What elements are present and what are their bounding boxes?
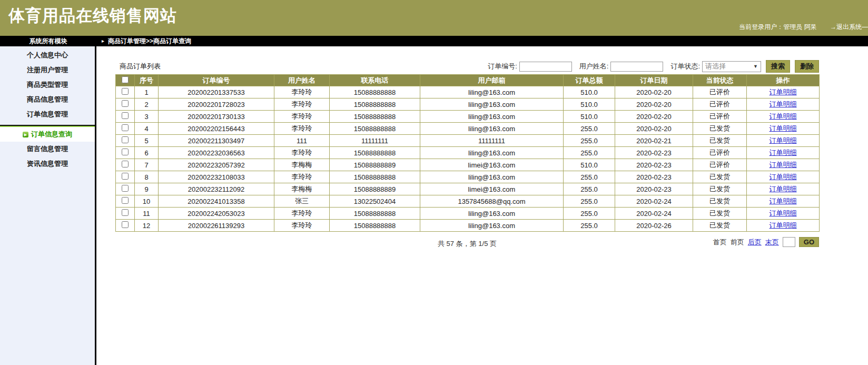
row-checkbox[interactable]: [122, 161, 129, 167]
order-status-label: 订单状态:: [670, 62, 700, 71]
sidebar-modules-title: 系统所有模块: [0, 36, 96, 46]
page-number-input[interactable]: [783, 237, 795, 247]
order-status-select[interactable]: 请选择 ▼: [702, 61, 761, 72]
cell-date: 2020-02-26: [615, 220, 693, 232]
row-checkbox[interactable]: [122, 209, 129, 216]
sidebar-item-label: 注册用户管理: [27, 66, 68, 74]
cell-order_no: 202002201337533: [159, 86, 274, 98]
table-row: 4202002202156443李玲玲15088888888liling@163…: [116, 123, 820, 135]
cell-email: liling@163.com: [420, 171, 564, 183]
orders-table: 序号订单编号用户姓名联系电话用户邮箱订单总额订单日期当前状态操作 1202002…: [115, 74, 820, 232]
order-detail-link[interactable]: 订单明细: [770, 88, 797, 96]
cell-date: 2020-02-24: [615, 208, 693, 220]
cell-phone: 15088888889: [330, 159, 420, 171]
cell-date: 2020-02-24: [615, 195, 693, 208]
cell-email: liling@163.com: [420, 123, 564, 135]
row-checkbox[interactable]: [122, 100, 129, 107]
chevron-down-icon: ▼: [753, 64, 758, 69]
cell-name: 李玲玲: [274, 220, 330, 232]
current-user-label: 当前登录用户：管理员 阿呆: [739, 23, 816, 31]
cell-phone: 15088888888: [330, 208, 420, 220]
cell-phone: 15088888888: [330, 98, 420, 111]
cell-order_no: 202002211303497: [159, 135, 274, 147]
cell-date: 2020-02-20: [615, 111, 693, 123]
cell-index: 12: [135, 220, 159, 232]
row-checkbox[interactable]: [122, 197, 129, 204]
cell-date: 2020-02-20: [615, 123, 693, 135]
order-detail-link[interactable]: 订单明细: [770, 112, 797, 120]
sidebar-item-订单信息查询[interactable]: ▶订单信息查询: [0, 127, 95, 142]
sidebar-item-留言信息管理[interactable]: 留言信息管理: [0, 142, 95, 156]
pagination-prev[interactable]: 前页: [731, 238, 744, 247]
cell-order_no: 202002232108033: [159, 171, 274, 183]
cell-status: 已评价: [693, 147, 747, 159]
order-detail-link[interactable]: 订单明细: [770, 197, 797, 205]
table-row: 12202002261139293李玲玲15088888888liling@16…: [116, 220, 820, 232]
cell-email: liling@163.com: [420, 208, 564, 220]
pagination-first[interactable]: 首页: [713, 238, 727, 247]
row-checkbox[interactable]: [122, 221, 129, 228]
cell-index: 5: [135, 135, 159, 147]
sidebar-item-label: 个人信息中心: [27, 51, 68, 59]
order-detail-link[interactable]: 订单明细: [770, 209, 797, 217]
cell-name: 111: [274, 135, 330, 147]
sidebar-item-商品信息管理[interactable]: 商品信息管理: [0, 92, 95, 107]
row-checkbox[interactable]: [122, 124, 129, 131]
user-name-input[interactable]: [610, 62, 663, 72]
table-row: 7202002232057392李梅梅15088888889limei@163.…: [116, 159, 820, 171]
cell-status: 已发货: [693, 123, 747, 135]
delete-button[interactable]: 删除: [795, 60, 819, 73]
row-checkbox[interactable]: [122, 88, 129, 95]
cell-index: 9: [135, 183, 159, 195]
sidebar-item-label: 资讯信息管理: [27, 160, 68, 167]
cell-date: 2020-02-20: [615, 98, 693, 111]
table-row: 8202002232108033李玲玲15088888888liling@163…: [116, 171, 820, 183]
cell-email: 11111111: [420, 135, 564, 147]
cell-status: 已评价: [693, 111, 747, 123]
sidebar-item-订单信息管理[interactable]: 订单信息管理: [0, 107, 95, 122]
cell-phone: 11111111: [330, 135, 420, 147]
column-header: 当前状态: [693, 75, 747, 86]
order-no-input[interactable]: [519, 62, 572, 72]
order-detail-link[interactable]: 订单明细: [770, 185, 797, 193]
sidebar-item-资讯信息管理[interactable]: 资讯信息管理: [0, 156, 95, 171]
cell-phone: 13022502404: [330, 195, 420, 208]
table-row: 11202002242053023李玲玲15088888888liling@16…: [116, 208, 820, 220]
order-detail-link[interactable]: 订单明细: [770, 149, 797, 156]
sidebar-item-注册用户管理[interactable]: 注册用户管理: [0, 63, 95, 77]
row-checkbox[interactable]: [122, 173, 129, 180]
cell-status: 已评价: [693, 159, 747, 171]
order-detail-link[interactable]: 订单明细: [770, 124, 797, 132]
cell-total: 255.0: [564, 171, 615, 183]
pagination-bar: 共 57 条，第 1/5 页 首页 前页 后页 末页 GO: [115, 236, 819, 252]
sidebar-item-个人信息中心[interactable]: 个人信息中心: [0, 48, 95, 63]
cell-status: 已发货: [693, 135, 747, 147]
row-checkbox[interactable]: [122, 112, 129, 119]
sidebar-item-商品类型管理[interactable]: 商品类型管理: [0, 77, 95, 92]
sidebar-item-label: 商品类型管理: [27, 81, 68, 88]
logout-link[interactable]: →退出系统—: [830, 23, 868, 31]
select-all-checkbox[interactable]: [122, 76, 129, 83]
column-header: 订单编号: [159, 75, 274, 86]
order-detail-link[interactable]: 订单明细: [770, 136, 797, 144]
order-detail-link[interactable]: 订单明细: [770, 221, 797, 229]
order-detail-link[interactable]: 订单明细: [770, 161, 797, 169]
order-detail-link[interactable]: 订单明细: [770, 100, 797, 108]
row-checkbox[interactable]: [122, 136, 129, 143]
green-arrow-icon: ▶: [23, 132, 28, 137]
order-detail-link[interactable]: 订单明细: [770, 173, 797, 181]
go-button[interactable]: GO: [799, 237, 819, 247]
order-status-select-value: 请选择: [705, 62, 726, 71]
cell-order_no: 202002232057392: [159, 159, 274, 171]
row-checkbox[interactable]: [122, 149, 129, 155]
row-checkbox[interactable]: [122, 185, 129, 192]
search-button[interactable]: 搜索: [766, 60, 790, 73]
cell-date: 2020-02-23: [615, 147, 693, 159]
pagination-last[interactable]: 末页: [765, 238, 779, 247]
cell-index: 4: [135, 123, 159, 135]
cell-email: 1357845688@qq.com: [420, 195, 564, 208]
cell-status: 已发货: [693, 195, 747, 208]
pagination-next[interactable]: 后页: [748, 238, 762, 247]
sidebar-item-label: 商品信息管理: [27, 95, 68, 103]
cell-status: 已发货: [693, 220, 747, 232]
